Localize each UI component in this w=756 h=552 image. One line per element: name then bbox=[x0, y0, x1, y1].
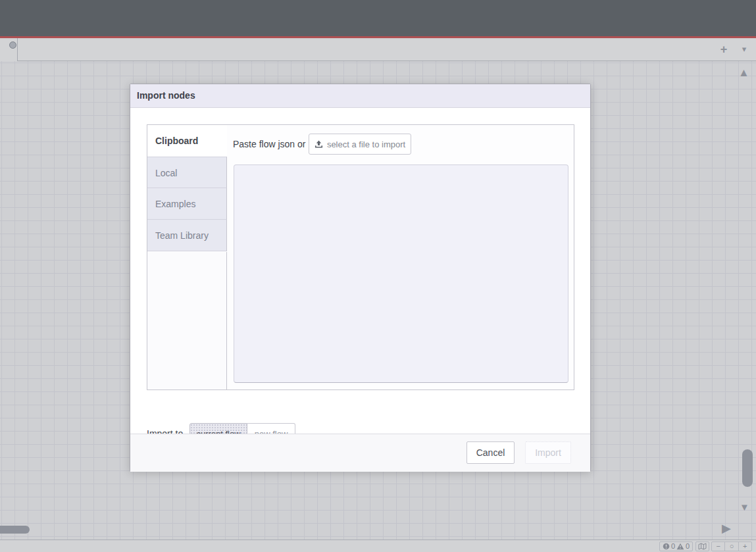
dialog-title: Import nodes bbox=[137, 84, 195, 107]
horizontal-scrollbar-thumb[interactable] bbox=[0, 526, 30, 534]
flow-tab[interactable] bbox=[0, 38, 18, 61]
import-button[interactable]: Import bbox=[525, 441, 571, 464]
notification-counts[interactable]: 0 0 bbox=[659, 541, 693, 551]
tab-clipboard[interactable]: Clipboard bbox=[147, 125, 227, 157]
select-file-button[interactable]: select a file to import bbox=[309, 134, 411, 155]
chevron-down-icon: ▾ bbox=[742, 44, 747, 54]
dialog-titlebar: Import nodes bbox=[130, 84, 590, 108]
import-nodes-dialog: Import nodes Clipboard Local Examples Te… bbox=[130, 84, 591, 472]
map-icon bbox=[698, 543, 707, 550]
warning-icon bbox=[676, 543, 684, 550]
dialog-body: Clipboard Local Examples Team Library Pa… bbox=[130, 108, 590, 434]
dialog-footer: Cancel Import bbox=[130, 434, 590, 472]
play-icon[interactable]: ▶ bbox=[722, 521, 731, 536]
scroll-up-icon[interactable]: ▲ bbox=[738, 66, 749, 80]
add-flow-button[interactable]: + bbox=[716, 41, 732, 57]
tab-column-filler bbox=[147, 252, 227, 389]
tab-team-library[interactable]: Team Library bbox=[147, 220, 227, 251]
flow-tab-circle-icon bbox=[9, 41, 16, 49]
error-count: 0 bbox=[671, 542, 675, 551]
scroll-down-icon[interactable]: ▼ bbox=[740, 501, 749, 513]
tab-local[interactable]: Local bbox=[147, 157, 227, 188]
zoom-in-icon[interactable]: + bbox=[738, 542, 751, 551]
zoom-controls: − ○ + bbox=[711, 541, 752, 551]
status-bar: 0 0 − ○ + bbox=[0, 539, 756, 552]
select-file-button-label: select a file to import bbox=[327, 139, 405, 149]
zoom-reset-icon[interactable]: ○ bbox=[724, 542, 738, 551]
navigator-toggle-button[interactable] bbox=[695, 541, 709, 551]
plus-icon: + bbox=[720, 43, 728, 56]
paste-flow-label: Paste flow json or bbox=[233, 139, 306, 149]
flow-tabbar: + ▾ bbox=[0, 38, 756, 61]
error-icon bbox=[663, 543, 670, 550]
app-header bbox=[0, 0, 756, 36]
flow-json-textarea[interactable] bbox=[234, 164, 568, 383]
import-form: Clipboard Local Examples Team Library Pa… bbox=[147, 124, 574, 390]
vertical-scrollbar-thumb[interactable] bbox=[742, 449, 753, 487]
zoom-out-icon[interactable]: − bbox=[712, 542, 724, 551]
cancel-button[interactable]: Cancel bbox=[466, 441, 515, 464]
upload-icon bbox=[315, 140, 323, 149]
tab-examples[interactable]: Examples bbox=[147, 188, 227, 220]
flow-list-button[interactable]: ▾ bbox=[737, 43, 751, 55]
warning-count: 0 bbox=[686, 542, 690, 551]
